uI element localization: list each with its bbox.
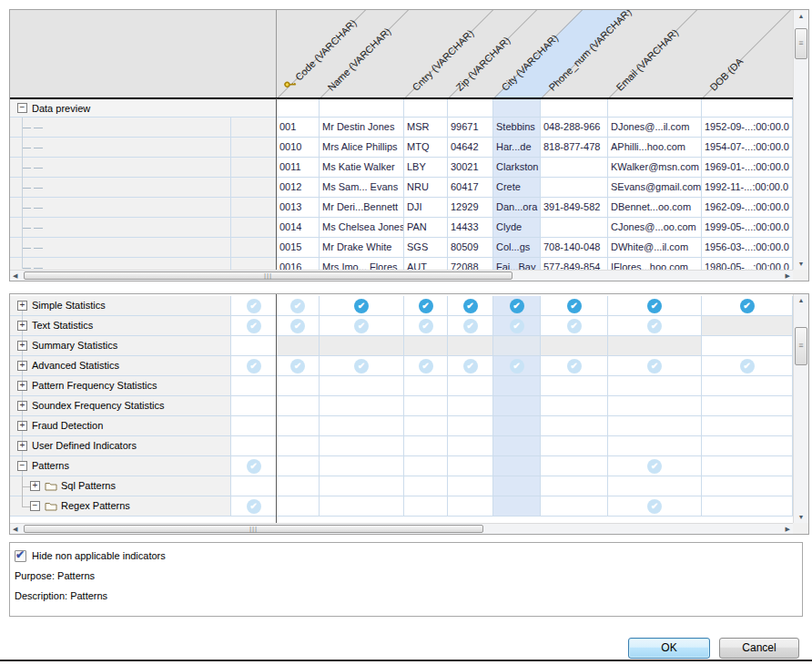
check-applicable-icon[interactable]: ✔	[419, 319, 433, 333]
indicator-cell-cntry[interactable]: ✔	[404, 296, 448, 315]
check-applicable-icon[interactable]: ✔	[247, 299, 261, 313]
indicator-cell-code[interactable]	[277, 376, 320, 395]
indicator-cell-name[interactable]: ✔	[320, 316, 404, 335]
indicator-expander[interactable]: +	[17, 301, 27, 311]
indicator-cell-city[interactable]	[493, 496, 541, 516]
indicator-cell-phone_num[interactable]	[541, 496, 608, 516]
indicator-cell-name[interactable]: ✔	[320, 296, 404, 315]
indicator-cell-name[interactable]	[320, 496, 404, 516]
scroll-down-icon[interactable]: ▼	[794, 261, 808, 267]
horizontal-scroll-thumb[interactable]: |||	[24, 271, 513, 280]
indicator-cell-city[interactable]	[493, 416, 541, 435]
indicator-cell-code[interactable]	[277, 416, 320, 435]
indicator-cell-phone_num[interactable]: ✔	[541, 316, 608, 335]
indicator-cell-row-indicator[interactable]	[231, 396, 277, 415]
indicator-cell-cntry[interactable]	[404, 396, 448, 415]
indicator-expander[interactable]: +	[17, 361, 27, 371]
indicator-cell-row-indicator[interactable]	[231, 416, 277, 435]
indicator-expander[interactable]: −	[17, 461, 27, 471]
indicator-cell-code[interactable]	[277, 476, 320, 496]
vertical-scroll-thumb[interactable]: ≡	[795, 28, 807, 59]
indicator-cell-zip[interactable]	[448, 496, 493, 516]
check-applicable-icon[interactable]: ✔	[463, 359, 478, 373]
indicator-cell-cntry[interactable]	[404, 416, 448, 435]
indicator-cell-dob[interactable]: ✔	[702, 296, 793, 315]
indicator-cell-email[interactable]	[608, 476, 702, 496]
indicator-cell-city[interactable]	[493, 476, 541, 496]
indicator-expander[interactable]: +	[17, 341, 27, 351]
indicator-cell-zip[interactable]	[448, 476, 493, 496]
vertical-scroll-thumb[interactable]: ≡	[795, 327, 807, 365]
indicator-cell-cntry[interactable]	[404, 336, 448, 355]
indicator-cell-name[interactable]	[320, 436, 404, 455]
indicator-cell-name[interactable]	[320, 456, 404, 476]
indicator-cell-dob[interactable]: ✔	[702, 356, 793, 375]
indicator-expander[interactable]: +	[17, 401, 27, 411]
indicator-cell-email[interactable]	[608, 376, 702, 395]
check-applicable-icon[interactable]: ✔	[290, 359, 305, 373]
indicator-cell-phone_num[interactable]	[541, 336, 608, 355]
indicator-cell-zip[interactable]: ✔	[448, 356, 493, 375]
indicator-cell-row-indicator[interactable]	[231, 436, 277, 455]
check-applicable-icon[interactable]: ✔	[647, 359, 662, 373]
indicator-cell-dob[interactable]	[702, 396, 793, 415]
indicator-cell-email[interactable]	[608, 436, 702, 455]
indicator-cell-phone_num[interactable]: ✔	[541, 356, 608, 375]
indicator-cell-zip[interactable]	[448, 396, 493, 415]
check-applicable-icon[interactable]: ✔	[247, 499, 261, 514]
indicator-cell-cntry[interactable]	[404, 376, 448, 395]
hide-non-applicable-checkbox[interactable]: ✔	[15, 550, 26, 562]
indicator-cell-code[interactable]	[277, 396, 320, 415]
indicator-cell-email[interactable]	[608, 336, 702, 355]
data-preview-expander[interactable]: −	[17, 103, 27, 113]
indicator-cell-dob[interactable]	[702, 336, 793, 355]
indicator-expander[interactable]: +	[17, 321, 27, 331]
check-selected-icon[interactable]: ✔	[510, 299, 524, 313]
indicator-cell-dob[interactable]	[702, 496, 793, 516]
indicators-horizontal-scrollbar[interactable]: ◀ ||| ▶	[10, 523, 793, 534]
indicator-cell-phone_num[interactable]	[541, 456, 608, 476]
indicator-cell-dob[interactable]	[702, 416, 793, 435]
indicator-cell-code[interactable]	[277, 496, 320, 516]
indicator-cell-email[interactable]: ✔	[608, 356, 702, 375]
indicator-cell-dob[interactable]	[702, 376, 793, 395]
indicator-cell-dob[interactable]	[702, 436, 793, 455]
indicator-cell-zip[interactable]: ✔	[448, 296, 493, 315]
indicator-cell-cntry[interactable]	[404, 436, 448, 455]
check-applicable-icon[interactable]: ✔	[510, 359, 524, 373]
indicator-cell-row-indicator[interactable]: ✔	[231, 296, 277, 315]
indicator-cell-code[interactable]	[277, 456, 320, 476]
check-selected-icon[interactable]: ✔	[419, 299, 433, 313]
indicator-cell-dob[interactable]	[702, 476, 793, 496]
horizontal-scroll-thumb[interactable]: |||	[24, 525, 483, 533]
indicator-cell-email[interactable]: ✔	[608, 496, 702, 516]
indicator-cell-zip[interactable]: ✔	[448, 316, 493, 335]
scroll-down-icon[interactable]: ▼	[794, 514, 808, 520]
check-applicable-icon[interactable]: ✔	[463, 319, 478, 333]
scroll-up-icon[interactable]: ▲	[794, 13, 808, 19]
check-applicable-icon[interactable]: ✔	[567, 359, 582, 373]
indicator-cell-city[interactable]	[493, 436, 541, 455]
indicator-cell-phone_num[interactable]	[541, 396, 608, 415]
indicator-cell-dob[interactable]	[702, 456, 793, 476]
indicator-cell-email[interactable]: ✔	[608, 456, 702, 476]
indicator-cell-row-indicator[interactable]	[231, 376, 277, 395]
indicator-cell-row-indicator[interactable]: ✔	[231, 456, 277, 476]
indicator-cell-row-indicator[interactable]	[231, 336, 277, 355]
indicator-cell-row-indicator[interactable]: ✔	[231, 316, 277, 335]
check-applicable-icon[interactable]: ✔	[247, 359, 261, 373]
indicator-cell-name[interactable]	[320, 336, 404, 355]
indicator-cell-row-indicator[interactable]	[231, 476, 277, 496]
indicator-cell-dob[interactable]	[702, 316, 793, 335]
check-selected-icon[interactable]: ✔	[740, 299, 755, 313]
check-applicable-icon[interactable]: ✔	[510, 319, 524, 333]
indicator-cell-cntry[interactable]	[404, 456, 448, 476]
indicator-cell-city[interactable]	[493, 396, 541, 415]
indicator-cell-city[interactable]: ✔	[493, 316, 541, 335]
indicator-cell-phone_num[interactable]: ✔	[541, 296, 608, 315]
data-preview-horizontal-scrollbar[interactable]: ◀ ||| ▶	[10, 270, 793, 281]
indicator-cell-city[interactable]: ✔	[493, 356, 541, 375]
scroll-up-icon[interactable]: ▲	[794, 297, 808, 303]
check-applicable-icon[interactable]: ✔	[290, 319, 305, 333]
check-applicable-icon[interactable]: ✔	[354, 319, 369, 333]
